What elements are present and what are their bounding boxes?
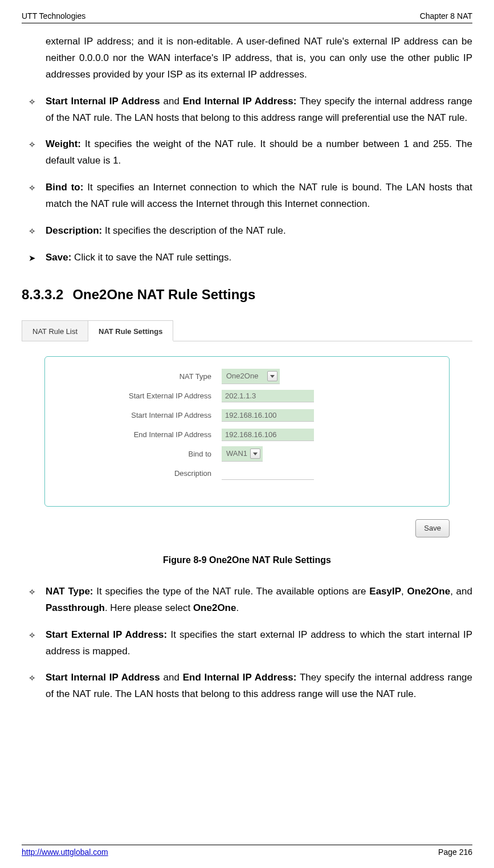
list-item: ✧ Start Internal IP Address and End Inte… [28, 670, 472, 703]
label-bind-to: Bind to [52, 448, 222, 461]
diamond-icon: ✧ [28, 627, 46, 660]
list-item: ✧ Start External IP Address: It specifie… [28, 627, 472, 660]
description-input[interactable] [222, 467, 314, 480]
tab-spacer [173, 320, 472, 341]
bind-to-select[interactable]: WAN1 [222, 446, 263, 462]
section-number: 8.3.3.2 [22, 287, 63, 302]
diamond-icon: ✧ [28, 584, 46, 617]
tab-nat-rule-list[interactable]: NAT Rule List [22, 320, 88, 341]
settings-panel: NAT Type One2One Start External IP Addre… [44, 356, 450, 507]
diamond-icon: ✧ [28, 136, 46, 169]
diamond-icon: ✧ [28, 670, 46, 703]
bullet-text: Start Internal IP Address and End Intern… [46, 93, 472, 127]
row-bind-to: Bind to WAN1 [52, 445, 442, 464]
diamond-icon: ✧ [28, 223, 46, 239]
label-start-external-ip: Start External IP Address [52, 390, 222, 402]
footer-url[interactable]: http://www.uttglobal.com [22, 847, 108, 857]
list-item: ✧ NAT Type: It specifies the type of the… [28, 584, 472, 617]
section-title: One2One NAT Rule Settings [72, 287, 255, 302]
section-heading: 8.3.3.2One2One NAT Rule Settings [22, 283, 472, 307]
content-body: external IP address; and it is non-edita… [22, 34, 472, 703]
nat-type-value: One2One [226, 370, 258, 382]
save-button[interactable]: Save [415, 519, 450, 537]
paragraph-intro: external IP address; and it is non-edita… [46, 34, 472, 83]
row-nat-type: NAT Type One2One [52, 367, 442, 386]
tabbar: NAT Rule List NAT Rule Settings [22, 320, 472, 341]
chevron-down-icon [250, 449, 260, 459]
tab-nat-rule-settings[interactable]: NAT Rule Settings [88, 320, 173, 341]
doc-header: UTT Technologies Chapter 8 NAT [22, 11, 472, 23]
row-description: Description [52, 464, 442, 483]
bind-to-value: WAN1 [226, 447, 247, 460]
label-nat-type: NAT Type [52, 370, 222, 383]
header-left: UTT Technologies [22, 11, 85, 21]
bullet-text: Bind to: It specifies an Internet connec… [46, 180, 472, 213]
bullet-text: Save: Click it to save the NAT rule sett… [46, 250, 472, 266]
start-internal-ip-input[interactable] [222, 409, 314, 422]
row-end-internal-ip: End Internal IP Address [52, 425, 442, 445]
end-internal-ip-input[interactable] [222, 429, 314, 441]
list-item: ✧ Weight: It specifies the weight of the… [28, 136, 472, 169]
header-right: Chapter 8 NAT [420, 11, 472, 21]
chevron-down-icon [267, 371, 277, 381]
bullet-text: Description: It specifies the descriptio… [46, 223, 472, 239]
arrow-icon: ➤ [28, 250, 46, 266]
doc-footer: http://www.uttglobal.com Page 216 [22, 845, 472, 857]
start-external-ip-input[interactable] [222, 390, 314, 402]
footer-page: Page 216 [438, 847, 472, 857]
list-item: ✧ Description: It specifies the descript… [28, 223, 472, 239]
ui-screenshot: NAT Rule List NAT Rule Settings NAT Type… [22, 320, 472, 537]
row-start-internal-ip: Start Internal IP Address [52, 406, 442, 425]
bullet-text: NAT Type: It specifies the type of the N… [46, 584, 472, 617]
list-item: ✧ Start Internal IP Address and End Inte… [28, 93, 472, 127]
diamond-icon: ✧ [28, 180, 46, 213]
row-start-external-ip: Start External IP Address [52, 386, 442, 406]
bullet-text: Start Internal IP Address and End Intern… [46, 670, 472, 703]
list-item: ✧ Bind to: It specifies an Internet conn… [28, 180, 472, 213]
diamond-icon: ✧ [28, 93, 46, 127]
bullet-text: Weight: It specifies the weight of the N… [46, 136, 472, 169]
list-item: ➤ Save: Click it to save the NAT rule se… [28, 250, 472, 266]
label-end-internal-ip: End Internal IP Address [52, 429, 222, 441]
nat-type-select[interactable]: One2One [222, 369, 280, 384]
label-description: Description [52, 467, 222, 480]
bullet-text: Start External IP Address: It specifies … [46, 627, 472, 660]
figure-caption: Figure 8-9 One2One NAT Rule Settings [22, 552, 472, 568]
label-start-internal-ip: Start Internal IP Address [52, 409, 222, 422]
